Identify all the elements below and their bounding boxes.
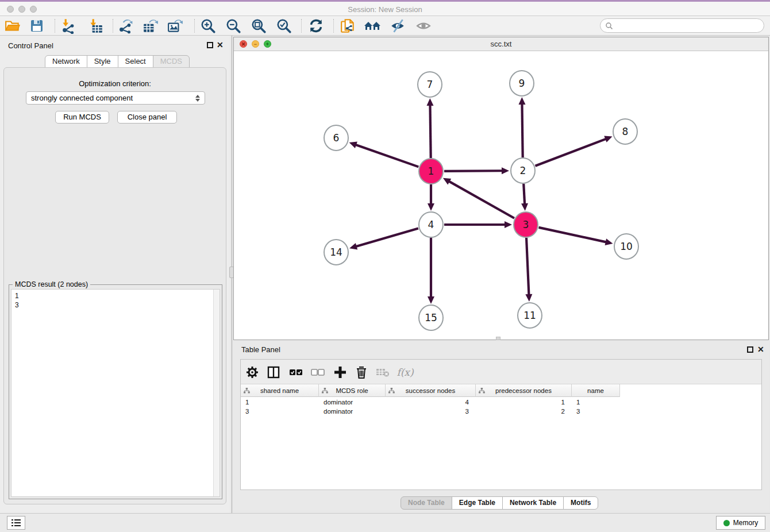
mcds-result-title: MCDS result (2 nodes) xyxy=(13,280,90,288)
graph-edge[interactable] xyxy=(443,178,514,218)
close-table-panel-icon[interactable]: ✕ xyxy=(757,346,764,353)
gear-icon[interactable] xyxy=(244,364,260,380)
graph-node-4[interactable]: 4 xyxy=(419,212,443,237)
graph-node-3[interactable]: 3 xyxy=(514,212,538,237)
graph-edge[interactable] xyxy=(518,97,525,157)
birds-eye-view-icon xyxy=(415,17,432,34)
svg-text:4: 4 xyxy=(428,219,434,230)
close-panel-icon[interactable]: ✕ xyxy=(217,42,224,48)
open-session-icon[interactable] xyxy=(4,17,21,34)
graph-node-2[interactable]: 2 xyxy=(511,158,535,183)
export-table-icon[interactable] xyxy=(142,17,159,34)
toolbar-separator xyxy=(55,19,55,33)
search-box[interactable] xyxy=(600,18,764,33)
export-network-icon[interactable] xyxy=(117,17,134,34)
svg-text:11: 11 xyxy=(523,310,536,321)
graph-edge[interactable] xyxy=(525,238,532,302)
zoom-fit-icon[interactable] xyxy=(250,17,267,34)
tab-style[interactable]: Style xyxy=(87,55,118,68)
graph-edge[interactable] xyxy=(444,167,509,174)
criterion-dropdown[interactable]: strongly connected component xyxy=(26,91,205,105)
table-panel-title: Table Panel xyxy=(241,345,280,354)
column-type-icon xyxy=(244,388,250,394)
graphics-details-icon[interactable] xyxy=(389,17,406,34)
refresh-layout-icon[interactable] xyxy=(307,17,325,34)
clone-network-icon[interactable] xyxy=(339,17,356,34)
double-house-icon[interactable] xyxy=(364,17,381,34)
zoom-selected-icon[interactable] xyxy=(275,17,292,34)
graph-edge[interactable] xyxy=(426,98,433,158)
graph-node-10[interactable]: 10 xyxy=(614,234,638,259)
window-title: Session: New Session xyxy=(0,5,770,14)
column-header-name[interactable]: name xyxy=(572,384,620,397)
main-title-bar: Session: New Session xyxy=(0,0,770,16)
float-panel-icon[interactable] xyxy=(207,42,213,48)
console-log-button[interactable] xyxy=(7,516,25,530)
network-canvas[interactable]: 7968124314101511 xyxy=(234,51,768,340)
svg-text:14: 14 xyxy=(330,246,342,258)
memory-button[interactable]: Memory xyxy=(716,516,765,530)
column-type-icon xyxy=(388,388,395,394)
memory-status-icon xyxy=(723,520,730,526)
save-session-icon[interactable] xyxy=(28,17,45,34)
zoom-in-icon[interactable] xyxy=(199,17,217,34)
column-type-icon xyxy=(479,388,485,394)
graph-edge[interactable] xyxy=(428,238,434,304)
tab-mcds[interactable]: MCDS xyxy=(153,55,190,68)
graph-edge[interactable] xyxy=(349,142,419,167)
graph-edge[interactable] xyxy=(538,228,613,245)
graph-edge[interactable] xyxy=(535,136,612,166)
tab-network[interactable]: Network xyxy=(45,55,87,68)
criterion-value: strongly connected component xyxy=(31,94,133,102)
graph-node-9[interactable]: 9 xyxy=(510,71,534,96)
column-header-predecessor-nodes[interactable]: predecessor nodes xyxy=(476,384,572,397)
column-header-shared-name[interactable]: shared name xyxy=(241,384,319,397)
export-image-icon[interactable] xyxy=(167,17,184,34)
status-bar: Memory xyxy=(0,513,770,532)
tab-network-table[interactable]: Network Table xyxy=(502,496,564,510)
import-table-icon[interactable] xyxy=(87,17,104,34)
close-panel-button[interactable]: Close panel xyxy=(117,111,177,124)
deselect-all-icon[interactable] xyxy=(310,364,326,380)
table-row[interactable]: 3 dominator 3 2 3 xyxy=(241,407,761,417)
graph-edge[interactable] xyxy=(428,184,434,211)
zoom-out-icon[interactable] xyxy=(225,17,242,34)
column-header-mcds-role[interactable]: MCDS role xyxy=(319,384,386,397)
network-window-title: scc.txt xyxy=(234,40,768,48)
import-network-icon[interactable] xyxy=(59,17,76,34)
table-row[interactable]: 1 dominator 4 1 1 xyxy=(241,398,761,407)
window-resize-grip[interactable] xyxy=(496,337,500,340)
graph-node-1[interactable]: 1 xyxy=(419,159,443,184)
result-scrollbar[interactable] xyxy=(213,290,220,496)
tab-select[interactable]: Select xyxy=(118,55,153,68)
search-input[interactable] xyxy=(613,22,764,30)
graph-edge[interactable] xyxy=(521,184,528,211)
svg-text:9: 9 xyxy=(519,78,525,89)
column-layout-icon[interactable] xyxy=(265,364,282,380)
add-row-icon[interactable] xyxy=(332,364,348,380)
graph-edge[interactable] xyxy=(444,221,512,228)
graph-node-6[interactable]: 6 xyxy=(324,125,348,151)
graph-node-15[interactable]: 15 xyxy=(419,305,443,330)
tab-edge-table[interactable]: Edge Table xyxy=(452,496,503,510)
run-mcds-button[interactable]: Run MCDS xyxy=(55,111,109,124)
float-table-panel-icon[interactable] xyxy=(747,346,753,353)
control-panel-tabs: Network Style Select MCDS xyxy=(45,55,190,68)
graph-node-8[interactable]: 8 xyxy=(613,119,637,144)
mcds-result-textarea[interactable]: 1 3 xyxy=(11,289,220,497)
result-line: 3 xyxy=(15,300,216,310)
tab-node-table[interactable]: Node Table xyxy=(401,496,452,510)
list-icon xyxy=(11,519,21,526)
network-window-titlebar[interactable]: ✕ − + scc.txt xyxy=(234,37,768,51)
column-header-successor-nodes[interactable]: successor nodes xyxy=(386,384,476,397)
graph-node-7[interactable]: 7 xyxy=(418,72,442,97)
svg-text:6: 6 xyxy=(333,132,340,144)
tab-motifs[interactable]: Motifs xyxy=(563,496,598,510)
select-all-icon[interactable] xyxy=(288,364,304,380)
graph-node-14[interactable]: 14 xyxy=(324,240,348,265)
graph-edge[interactable] xyxy=(349,228,418,249)
memory-label: Memory xyxy=(733,519,758,527)
graph-node-11[interactable]: 11 xyxy=(518,303,542,328)
delete-row-icon[interactable] xyxy=(353,364,369,380)
result-line: 1 xyxy=(15,291,216,300)
